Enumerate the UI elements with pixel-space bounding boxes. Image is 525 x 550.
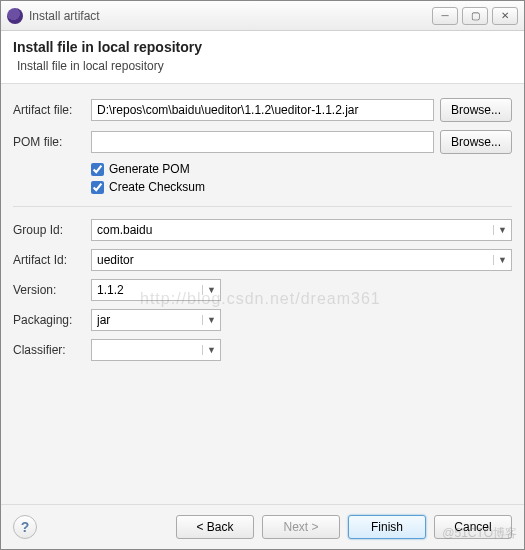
- generate-pom-label: Generate POM: [109, 162, 190, 176]
- version-label: Version:: [13, 283, 85, 297]
- version-combo[interactable]: ▼: [91, 279, 221, 301]
- chevron-down-icon[interactable]: ▼: [202, 345, 220, 355]
- app-icon: [7, 8, 23, 24]
- separator: [13, 206, 512, 207]
- minimize-button[interactable]: ─: [432, 7, 458, 25]
- version-input[interactable]: [92, 280, 202, 300]
- install-artifact-dialog: Install artifact ─ ▢ ✕ Install file in l…: [0, 0, 525, 550]
- pom-file-label: POM file:: [13, 135, 85, 149]
- chevron-down-icon[interactable]: ▼: [202, 285, 220, 295]
- finish-button[interactable]: Finish: [348, 515, 426, 539]
- pom-file-input[interactable]: [91, 131, 434, 153]
- classifier-label: Classifier:: [13, 343, 85, 357]
- page-title: Install file in local repository: [13, 39, 512, 55]
- group-id-label: Group Id:: [13, 223, 85, 237]
- maximize-button[interactable]: ▢: [462, 7, 488, 25]
- classifier-input[interactable]: [92, 340, 202, 360]
- titlebar: Install artifact ─ ▢ ✕: [1, 1, 524, 31]
- page-description: Install file in local repository: [13, 59, 512, 73]
- packaging-combo[interactable]: ▼: [91, 309, 221, 331]
- chevron-down-icon[interactable]: ▼: [493, 225, 511, 235]
- create-checksum-checkbox[interactable]: [91, 181, 104, 194]
- artifact-file-browse-button[interactable]: Browse...: [440, 98, 512, 122]
- window-title: Install artifact: [29, 9, 432, 23]
- close-button[interactable]: ✕: [492, 7, 518, 25]
- packaging-input[interactable]: [92, 310, 202, 330]
- artifact-file-input[interactable]: [91, 99, 434, 121]
- artifact-id-combo[interactable]: ▼: [91, 249, 512, 271]
- create-checksum-label: Create Checksum: [109, 180, 205, 194]
- chevron-down-icon[interactable]: ▼: [493, 255, 511, 265]
- help-icon[interactable]: ?: [13, 515, 37, 539]
- generate-pom-checkbox[interactable]: [91, 163, 104, 176]
- dialog-header: Install file in local repository Install…: [1, 31, 524, 84]
- group-id-combo[interactable]: ▼: [91, 219, 512, 241]
- classifier-combo[interactable]: ▼: [91, 339, 221, 361]
- artifact-file-label: Artifact file:: [13, 103, 85, 117]
- group-id-input[interactable]: [92, 220, 493, 240]
- next-button[interactable]: Next >: [262, 515, 340, 539]
- window-controls: ─ ▢ ✕: [432, 7, 518, 25]
- dialog-content: Artifact file: Browse... POM file: Brows…: [1, 84, 524, 504]
- packaging-label: Packaging:: [13, 313, 85, 327]
- artifact-id-label: Artifact Id:: [13, 253, 85, 267]
- cancel-button[interactable]: Cancel: [434, 515, 512, 539]
- artifact-id-input[interactable]: [92, 250, 493, 270]
- back-button[interactable]: < Back: [176, 515, 254, 539]
- chevron-down-icon[interactable]: ▼: [202, 315, 220, 325]
- dialog-footer: ? < Back Next > Finish Cancel: [1, 504, 524, 549]
- pom-file-browse-button[interactable]: Browse...: [440, 130, 512, 154]
